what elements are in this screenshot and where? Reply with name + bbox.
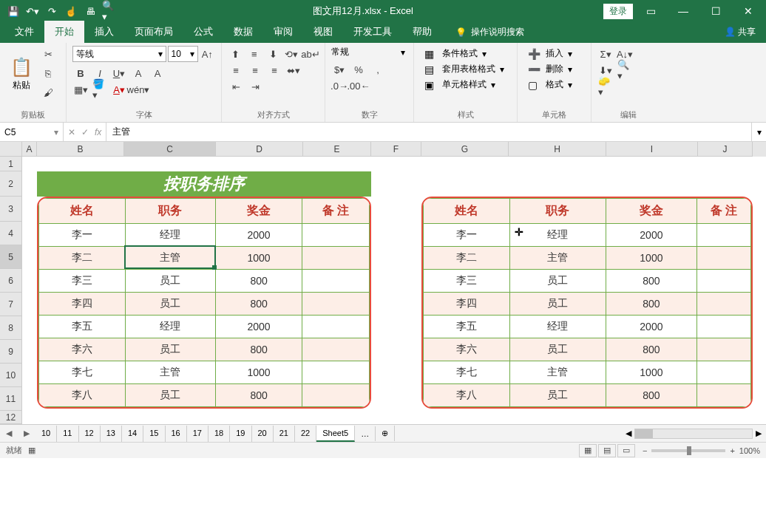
sheet-tab[interactable]: 20 bbox=[252, 426, 274, 442]
tab-file[interactable]: 文件 bbox=[4, 21, 44, 43]
select-all-corner[interactable] bbox=[0, 142, 22, 157]
insert-cells-button[interactable]: ➕插入 ▾ bbox=[523, 46, 585, 61]
cell-name[interactable]: 李二 bbox=[424, 247, 510, 270]
cell-role[interactable]: 经理 bbox=[509, 316, 606, 338]
sheet-tab[interactable]: 11 bbox=[57, 426, 78, 442]
cell-role[interactable]: 员工 bbox=[509, 338, 606, 361]
cell-role[interactable]: 员工 bbox=[125, 293, 216, 316]
qat-more-icon[interactable]: 🖶 bbox=[83, 4, 98, 18]
name-box[interactable]: C5▾ bbox=[0, 123, 64, 141]
underline-button[interactable]: U▾ bbox=[111, 65, 127, 81]
page-break-view-icon[interactable]: ▭ bbox=[617, 444, 635, 457]
cell-role[interactable]: 主管 bbox=[509, 361, 606, 384]
enter-formula-icon[interactable]: ✓ bbox=[81, 127, 89, 137]
sheet-nav-prev[interactable]: ◀ bbox=[0, 429, 18, 438]
minimize-icon[interactable]: — bbox=[668, 1, 698, 21]
cell-note[interactable] bbox=[302, 384, 370, 407]
cell-name[interactable]: 李三 bbox=[39, 270, 126, 293]
cell-note[interactable] bbox=[302, 293, 370, 316]
tab-insert[interactable]: 插入 bbox=[84, 21, 124, 43]
row-header[interactable]: 4 bbox=[0, 222, 22, 245]
cell-bonus[interactable]: 1000 bbox=[606, 361, 697, 384]
save-icon[interactable]: 💾 bbox=[6, 4, 21, 18]
cell-bonus[interactable]: 800 bbox=[606, 270, 697, 293]
increase-font-icon[interactable]: A↑ bbox=[200, 46, 215, 62]
increase-decimal-icon[interactable]: .0→ bbox=[331, 78, 348, 94]
row-header[interactable]: 6 bbox=[0, 269, 22, 293]
table-row[interactable]: 李八员工800 bbox=[424, 384, 751, 407]
cell-bonus[interactable]: 800 bbox=[216, 293, 302, 316]
sheet-tab[interactable]: 12 bbox=[79, 426, 101, 442]
align-right-icon[interactable]: ≡ bbox=[266, 62, 282, 78]
table-row[interactable]: 李一经理2000 bbox=[424, 224, 751, 247]
tell-me[interactable]: 💡 操作说明搜索 bbox=[451, 21, 529, 43]
font-color-icon[interactable]: A▾ bbox=[111, 81, 127, 98]
fx-icon[interactable]: fx bbox=[95, 127, 101, 137]
table-row[interactable]: 李七主管1000 bbox=[39, 361, 370, 384]
sheet-tab[interactable]: 16 bbox=[166, 426, 187, 442]
cell-bonus[interactable]: 2000 bbox=[606, 316, 697, 338]
tab-formulas[interactable]: 公式 bbox=[183, 21, 223, 43]
cell-role[interactable]: 主管 bbox=[509, 247, 606, 270]
zoom-out-icon[interactable]: − bbox=[643, 446, 647, 455]
cell-role[interactable]: 经理 bbox=[125, 224, 216, 247]
delete-cells-button[interactable]: ➖删除 ▾ bbox=[523, 61, 585, 77]
number-format-combo[interactable]: 常规▾ bbox=[331, 46, 405, 58]
col-header[interactable]: C bbox=[124, 142, 216, 157]
cell-role[interactable]: 员工 bbox=[125, 270, 216, 293]
percent-icon[interactable]: % bbox=[350, 61, 367, 78]
tab-data[interactable]: 数据 bbox=[223, 21, 263, 43]
align-middle-icon[interactable]: ≡ bbox=[246, 46, 262, 62]
cell-role[interactable]: 主管 bbox=[125, 247, 216, 270]
row-header[interactable]: 7 bbox=[0, 293, 22, 316]
cell-name[interactable]: 李六 bbox=[39, 338, 126, 361]
increase-indent-icon[interactable]: ⇥ bbox=[247, 78, 263, 95]
sheet-tab[interactable]: 19 bbox=[230, 426, 251, 442]
cell-note[interactable] bbox=[302, 361, 370, 384]
format-painter-icon[interactable]: 🖌 bbox=[40, 84, 56, 100]
normal-view-icon[interactable]: ▦ bbox=[579, 444, 597, 457]
tab-layout[interactable]: 页面布局 bbox=[124, 21, 183, 43]
maximize-icon[interactable]: ☐ bbox=[701, 1, 731, 21]
table-format-button[interactable]: ▤套用表格格式 ▾ bbox=[420, 61, 511, 77]
sheet-tab[interactable]: 18 bbox=[209, 426, 230, 442]
cell-style-button[interactable]: ▣单元格样式 ▾ bbox=[420, 77, 511, 92]
col-header[interactable]: B bbox=[37, 142, 124, 157]
cell-role[interactable]: 员工 bbox=[509, 270, 606, 293]
cell-name[interactable]: 李四 bbox=[424, 293, 510, 316]
cell-bonus[interactable]: 800 bbox=[606, 384, 697, 407]
cell-bonus[interactable]: 800 bbox=[606, 293, 697, 316]
row-header[interactable]: 3 bbox=[0, 197, 22, 222]
share-button[interactable]: 👤 共享 bbox=[714, 21, 766, 43]
sheet-tab[interactable]: 13 bbox=[101, 426, 122, 442]
increase-font-icon2[interactable]: A bbox=[130, 65, 146, 81]
cell-note[interactable] bbox=[696, 338, 750, 361]
cell-name[interactable]: 李一 bbox=[39, 224, 126, 247]
tab-help[interactable]: 帮助 bbox=[402, 21, 442, 43]
decrease-indent-icon[interactable]: ⇤ bbox=[228, 78, 244, 95]
cell-note[interactable] bbox=[302, 338, 370, 361]
cell-note[interactable] bbox=[302, 247, 370, 270]
sheet-tab[interactable]: 14 bbox=[122, 426, 143, 442]
table-row[interactable]: 李六员工800 bbox=[39, 338, 370, 361]
align-left-icon[interactable]: ≡ bbox=[228, 62, 244, 78]
undo-icon[interactable]: ↶▾ bbox=[25, 4, 40, 18]
table-row[interactable]: 李八员工800 bbox=[39, 384, 370, 407]
format-cells-button[interactable]: ▢格式 ▾ bbox=[523, 77, 585, 92]
tab-home[interactable]: 开始 bbox=[44, 21, 84, 43]
cell-name[interactable]: 李七 bbox=[39, 361, 126, 384]
find-icon[interactable]: 🔍▾ bbox=[617, 62, 633, 78]
zoom-in-icon[interactable]: + bbox=[730, 446, 734, 455]
cell-note[interactable] bbox=[696, 316, 750, 338]
ribbon-options-icon[interactable]: ▭ bbox=[636, 1, 665, 21]
qat-dropdown-icon[interactable]: 🔍▾ bbox=[102, 4, 117, 18]
title-cell[interactable]: 按职务排序 bbox=[37, 171, 371, 197]
horizontal-scrollbar[interactable]: ◀ ▶ bbox=[395, 429, 766, 439]
cell-bonus[interactable]: 2000 bbox=[216, 316, 302, 338]
cell-name[interactable]: 李八 bbox=[424, 384, 510, 407]
tab-dev[interactable]: 开发工具 bbox=[343, 21, 402, 43]
zoom-level[interactable]: 100% bbox=[739, 446, 760, 455]
col-header[interactable]: I bbox=[606, 142, 698, 157]
cell-note[interactable] bbox=[696, 384, 750, 407]
table-row[interactable]: 李六员工800 bbox=[424, 338, 751, 361]
